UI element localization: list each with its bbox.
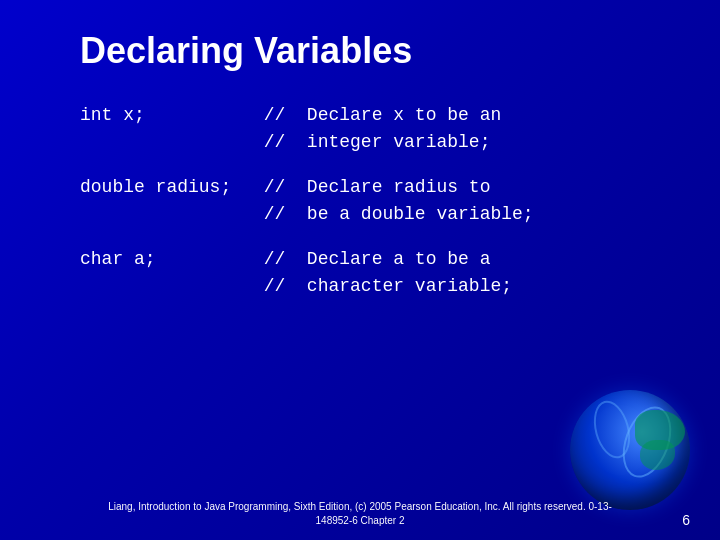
code-block-int-x: int x; // Declare x to be an // integer … <box>80 102 640 156</box>
code-line-int-x-2: // integer variable; <box>80 129 640 156</box>
globe-land-2 <box>640 440 675 470</box>
code-line-double-radius-2: // be a double variable; <box>80 201 640 228</box>
code-line-int-x-1: int x; // Declare x to be an <box>80 102 640 129</box>
code-block-char-a: char a; // Declare a to be a // characte… <box>80 246 640 300</box>
footer-text: Liang, Introduction to Java Programming,… <box>100 500 620 528</box>
code-block-double-radius: double radius; // Declare radius to // b… <box>80 174 640 228</box>
page-number: 6 <box>682 512 690 528</box>
code-line-char-a-2: // character variable; <box>80 273 640 300</box>
code-line-char-a-1: char a; // Declare a to be a <box>80 246 640 273</box>
slide-title: Declaring Variables <box>0 0 720 92</box>
slide: Declaring Variables int x; // Declare x … <box>0 0 720 540</box>
code-line-double-radius-1: double radius; // Declare radius to <box>80 174 640 201</box>
globe-decoration <box>570 390 690 510</box>
code-content: int x; // Declare x to be an // integer … <box>0 92 720 328</box>
footer: Liang, Introduction to Java Programming,… <box>0 500 720 528</box>
